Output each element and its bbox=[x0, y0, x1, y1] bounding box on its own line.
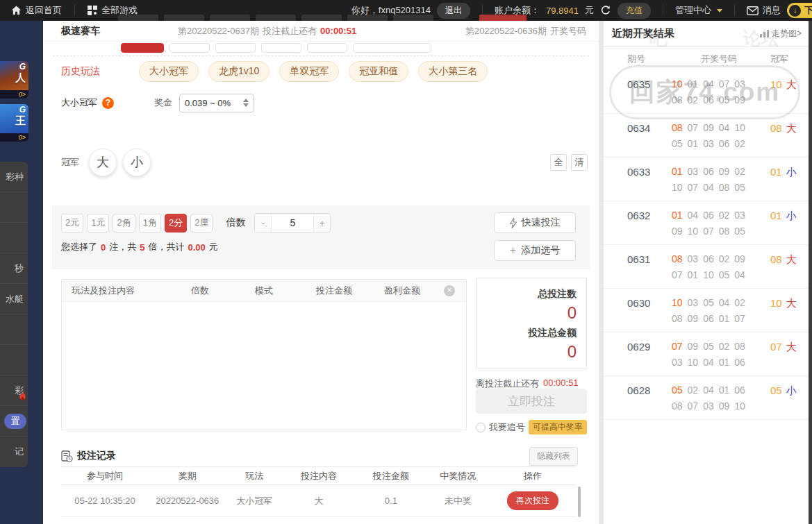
recharge-button[interactable]: 充值 bbox=[618, 3, 651, 19]
right-edge-scrollbar[interactable] bbox=[809, 21, 812, 524]
partial-tab[interactable] bbox=[353, 43, 431, 53]
chase-radio[interactable] bbox=[476, 423, 486, 432]
playtype-tab-0[interactable]: 大小冠军 bbox=[139, 61, 199, 82]
summary-total: 0.00 bbox=[188, 242, 205, 253]
result-number: 09 bbox=[734, 251, 745, 267]
prize-select[interactable]: 0.039 ~ 0% bbox=[179, 94, 254, 112]
left-sidebar: G 人 0> G 王 0> 彩种秒水艇彩置记 bbox=[0, 21, 43, 524]
sidebar-menu-item-0[interactable]: 彩种 bbox=[0, 162, 28, 192]
multiplier-plus-button[interactable]: + bbox=[314, 214, 330, 232]
playtype-tab-3[interactable]: 冠亚和值 bbox=[349, 61, 408, 82]
result-number-line-1: 0103060902 bbox=[672, 164, 766, 180]
partial-tab[interactable] bbox=[307, 43, 347, 53]
record-col-2: 玩法 bbox=[226, 470, 283, 482]
result-number-line-2: 0910070805 bbox=[672, 223, 766, 239]
result-champion: 10大 bbox=[770, 295, 797, 327]
logout-button[interactable]: 退出 bbox=[437, 3, 470, 19]
partial-tab-active[interactable] bbox=[121, 43, 164, 53]
result-champion: 01小 bbox=[770, 164, 797, 196]
last-issue: 第20220522-0636期 bbox=[465, 25, 547, 37]
sidebar-menu-item-5[interactable] bbox=[0, 314, 28, 345]
history-playtypes-link[interactable]: 历史玩法 bbox=[61, 65, 100, 78]
denom-button-2角[interactable]: 2角 bbox=[113, 214, 135, 233]
banner-cta: 0> bbox=[0, 133, 28, 142]
partial-nav-fragment bbox=[164, 15, 204, 21]
messages-label: 消息 bbox=[763, 4, 781, 17]
chevron-down-icon bbox=[717, 9, 722, 12]
result-number: 02 bbox=[719, 251, 730, 267]
refresh-icon[interactable] bbox=[600, 5, 611, 16]
hide-list-button[interactable]: 隐藏列表 bbox=[529, 447, 578, 466]
champion-type: 大 bbox=[786, 120, 797, 152]
add-selection-button[interactable]: + 添加选号 bbox=[494, 240, 576, 261]
denomination-buttons: 2元1元2角1角2分2厘 bbox=[61, 214, 213, 233]
home-icon bbox=[11, 6, 22, 15]
messages-link[interactable]: 消息 bbox=[747, 4, 781, 17]
select-all-button[interactable]: 全 bbox=[550, 154, 567, 171]
partial-tab[interactable] bbox=[215, 43, 256, 53]
records-scrollbar[interactable] bbox=[578, 487, 581, 517]
result-number: 01 bbox=[719, 355, 730, 371]
sidebar-menu-item-6[interactable] bbox=[0, 345, 28, 375]
result-row-0634: 06340807090410050103060208大 bbox=[604, 114, 809, 158]
add-selection-label: 添加选号 bbox=[521, 244, 560, 257]
sidebar-menu-item-8[interactable]: 置 bbox=[0, 406, 28, 437]
col-issue: 期号 bbox=[627, 53, 672, 65]
bet-again-button[interactable]: 再次投注 bbox=[507, 491, 558, 510]
help-icon[interactable]: ? bbox=[102, 97, 114, 109]
bet-now-button[interactable]: 立即投注 bbox=[476, 389, 587, 414]
result-number: 02 bbox=[719, 208, 730, 223]
denom-button-1角[interactable]: 1角 bbox=[139, 214, 161, 233]
result-number: 08 bbox=[719, 180, 730, 196]
sidebar-menu-item-9[interactable]: 记 bbox=[0, 437, 28, 467]
top-bar: 返回首页 全部游戏 你好，fxnq5201314 退出 账户余额： 79.894… bbox=[0, 0, 812, 21]
trend-chart-link[interactable]: 走势图> bbox=[760, 28, 802, 40]
sidebar-item-label: 彩种 bbox=[6, 171, 24, 183]
record-action-cell: 再次投注 bbox=[489, 491, 577, 510]
denom-button-2厘[interactable]: 2厘 bbox=[190, 214, 213, 233]
clear-button[interactable]: 清 bbox=[571, 154, 588, 171]
prize-label: 奖金 bbox=[154, 96, 172, 109]
multiplier-label: 倍数 bbox=[226, 217, 245, 229]
result-number-line-2: 0809060107 bbox=[672, 311, 766, 327]
records-table: 参与时间奖期玩法投注内容投注金额中奖情况操作 05-22 10:35:20202… bbox=[61, 466, 577, 517]
multiplier-minus-button[interactable]: - bbox=[255, 214, 271, 232]
multiplier-value[interactable]: 5 bbox=[271, 214, 314, 232]
sidebar-menu-item-4[interactable]: 水艇 bbox=[0, 284, 28, 314]
promo-banner-2[interactable]: G 王 0> bbox=[0, 104, 28, 142]
partial-tab[interactable] bbox=[169, 43, 210, 53]
records-title: 投注记录 bbox=[77, 450, 116, 462]
sidebar-menu-item-2[interactable] bbox=[0, 223, 28, 253]
record-col-6: 操作 bbox=[489, 470, 577, 482]
option-button-小[interactable]: 小 bbox=[123, 149, 151, 176]
record-col-3: 投注内容 bbox=[283, 470, 355, 482]
record-row: 05-22 10:35:2020220522-0636大小冠军大0.1未中奖再次… bbox=[61, 485, 577, 517]
result-numbers: 01030609021007040805 bbox=[672, 164, 766, 196]
partial-tab[interactable] bbox=[261, 43, 301, 53]
bet-content-table: 玩法及投注内容 倍数 模式 投注金额 盈利金额 × bbox=[61, 279, 467, 430]
quick-bet-button[interactable]: 快速投注 bbox=[494, 212, 576, 233]
promo-banner-1[interactable]: G 人 0> bbox=[0, 61, 28, 99]
result-champion: 07大 bbox=[770, 339, 797, 371]
home-link[interactable]: 返回首页 bbox=[11, 4, 62, 17]
option-row-label: 冠军 bbox=[61, 156, 89, 169]
denom-button-2元[interactable]: 2元 bbox=[61, 214, 83, 233]
col-mode: 模式 bbox=[255, 285, 316, 297]
close-icon[interactable]: × bbox=[444, 285, 455, 296]
sidebar-menu-item-7[interactable]: 彩 bbox=[0, 375, 28, 406]
playtype-tab-2[interactable]: 单双冠军 bbox=[279, 61, 339, 82]
result-number: 02 bbox=[734, 164, 745, 180]
download-app-button[interactable]: ↓ 下 bbox=[787, 3, 812, 18]
result-number-line-1: 1003050402 bbox=[672, 295, 766, 311]
sidebar-menu-item-3[interactable]: 秒 bbox=[0, 253, 28, 284]
playtype-tab-4[interactable]: 大小第三名 bbox=[418, 61, 488, 82]
result-number-line-2: 0802060509 bbox=[672, 92, 766, 108]
denom-button-2分[interactable]: 2分 bbox=[165, 214, 187, 233]
denom-button-1元[interactable]: 1元 bbox=[87, 214, 109, 233]
option-button-大[interactable]: 大 bbox=[89, 149, 117, 176]
playtype-tab-1[interactable]: 龙虎1v10 bbox=[208, 61, 270, 82]
admin-center-menu[interactable]: 管理中心 bbox=[675, 4, 722, 17]
sidebar-menu: 彩种秒水艇彩置记 bbox=[0, 162, 28, 467]
result-number: 03 bbox=[688, 295, 699, 311]
sidebar-menu-item-1[interactable] bbox=[0, 192, 28, 223]
